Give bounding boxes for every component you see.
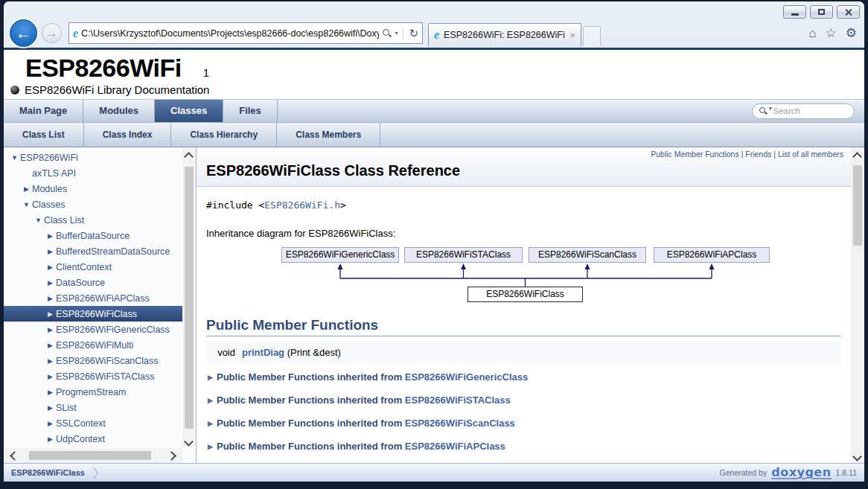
content-vertical-scrollbar[interactable] xyxy=(851,147,864,463)
tree-item-sslcontext[interactable]: ▶SSLContext xyxy=(4,415,182,431)
favorites-star-icon[interactable]: ☆ xyxy=(826,27,837,39)
close-icon xyxy=(844,8,852,16)
tree-item-esp8266wifimulti[interactable]: ▶ESP8266WiFiMulti xyxy=(4,337,182,353)
tree-item-esp8266wifigenericclass[interactable]: ▶ESP8266WiFiGenericClass xyxy=(4,322,182,337)
link-list-of-all-members[interactable]: List of all members xyxy=(778,150,843,159)
tree-item-progmemstream[interactable]: ▶ProgmemStream xyxy=(4,384,182,400)
scrollbar-thumb[interactable] xyxy=(853,165,862,246)
tree-item-clientcontext[interactable]: ▶ClientContext xyxy=(4,259,182,275)
tree-expand-icon[interactable]: ▶ xyxy=(45,420,56,427)
tree-item-esp8266wifiscanclass[interactable]: ▶ESP8266WiFiScanClass xyxy=(4,353,182,368)
tree-item-esp8266wifistaclass[interactable]: ▶ESP8266WiFiSTAClass xyxy=(4,368,182,384)
scroll-left-icon[interactable] xyxy=(10,451,19,461)
tab-classes[interactable]: Classes xyxy=(155,100,223,122)
tree-expand-icon[interactable]: ▶ xyxy=(45,263,56,271)
tree-item-modules[interactable]: ▶Modules xyxy=(4,181,182,196)
inherited-class-link[interactable]: ESP8266WiFiSTAClass xyxy=(405,394,511,406)
scrollbar-thumb[interactable] xyxy=(29,451,151,460)
forward-button[interactable]: → xyxy=(42,23,62,43)
tree-item-esp8266wifiapclass[interactable]: ▶ESP8266WiFiAPClass xyxy=(4,290,182,306)
inherited-section-row[interactable]: ▶Public Member Functions inherited from … xyxy=(206,365,840,388)
tree-expand-icon[interactable]: ▶ xyxy=(45,232,56,240)
tree-expand-icon[interactable]: ▶ xyxy=(45,404,56,412)
tree-item-esp8266wifi[interactable]: ▼ESP8266WiFi xyxy=(4,150,182,165)
scrollbar-thumb[interactable] xyxy=(185,167,194,429)
scroll-down-icon[interactable] xyxy=(852,452,862,461)
tree-item-esp8266wificlass[interactable]: ▶ESP8266WiFiClass xyxy=(4,306,182,322)
sidebar-vertical-scrollbar[interactable] xyxy=(182,147,196,448)
tab-files[interactable]: Files xyxy=(223,100,278,122)
refresh-icon[interactable]: ↻ xyxy=(409,28,418,39)
inherited-class-link[interactable]: ESP8266WiFiScanClass xyxy=(405,418,515,429)
scroll-up-icon[interactable] xyxy=(852,152,862,162)
tab-class-members[interactable]: Class Members xyxy=(277,123,380,147)
minimize-button[interactable] xyxy=(783,5,806,19)
sidebar-horizontal-scrollbar[interactable] xyxy=(4,448,182,463)
inheritance-node[interactable]: ESP8266WiFiGenericClass xyxy=(281,247,399,263)
tab-main-page[interactable]: Main Page xyxy=(4,100,83,122)
tree-item-datasource[interactable]: ▶DataSource xyxy=(4,275,182,290)
tree-collapse-icon[interactable]: ▼ xyxy=(9,154,20,162)
tree-expand-icon[interactable]: ▶ xyxy=(45,310,56,318)
tree-item-bufferedstreamdatasource[interactable]: ▶BufferedStreamDataSource xyxy=(4,243,182,259)
tree-item-axtls-api[interactable]: axTLS API xyxy=(4,165,182,181)
home-icon[interactable]: ⌂ xyxy=(808,27,816,39)
tree-expand-icon[interactable]: ▶ xyxy=(45,248,56,255)
new-tab-button[interactable] xyxy=(583,26,601,46)
search-icon[interactable] xyxy=(382,28,392,38)
link-friends[interactable]: Friends xyxy=(745,150,771,159)
tree-item-slist[interactable]: ▶SList xyxy=(4,400,182,415)
inheritance-node-self[interactable]: ESP8266WiFiClass xyxy=(467,287,583,302)
inherited-section-row[interactable]: ▶Public Member Functions inherited from … xyxy=(206,435,840,457)
tree-expand-icon[interactable]: ▶ xyxy=(45,326,56,333)
sidebar-tree-panel: ▼ESP8266WiFi axTLS API ▶Modules ▼Classes… xyxy=(4,147,197,463)
tree-expand-icon[interactable]: ▶ xyxy=(45,389,56,396)
tree-item-classes[interactable]: ▼Classes xyxy=(4,196,182,212)
tab-class-index[interactable]: Class Index xyxy=(84,123,172,147)
tab-close-icon[interactable]: × xyxy=(569,30,575,41)
include-file-link[interactable]: ESP8266WiFi.h xyxy=(264,199,340,211)
tree-expand-icon[interactable]: ▶ xyxy=(45,373,56,380)
address-input[interactable] xyxy=(81,28,379,39)
address-bar[interactable]: e ▾ ↻ xyxy=(68,22,423,44)
title-bar[interactable] xyxy=(4,1,864,20)
doxygen-logo[interactable]: doxygen xyxy=(771,467,831,479)
tree-item-class-list[interactable]: ▼Class List xyxy=(4,212,182,228)
tree-item-bufferdatasource[interactable]: ▶BufferDataSource xyxy=(4,228,182,243)
search-box[interactable]: ▾ xyxy=(752,103,855,119)
member-link[interactable]: printDiag xyxy=(242,347,284,358)
inheritance-node[interactable]: ESP8266WiFiAPClass xyxy=(654,247,770,263)
tree-expand-icon[interactable]: ▶ xyxy=(45,295,56,302)
tab-modules[interactable]: Modules xyxy=(83,100,155,122)
tree-expand-icon[interactable]: ▶ xyxy=(45,357,56,365)
scroll-up-icon[interactable] xyxy=(184,152,194,162)
gear-icon[interactable]: ⚙ xyxy=(846,27,857,39)
window-controls xyxy=(783,5,860,19)
tab-class-list[interactable]: Class List xyxy=(4,123,84,147)
tree-item-udpcontext[interactable]: ▶UdpContext xyxy=(4,431,182,447)
tree-expand-icon[interactable]: ▶ xyxy=(45,342,56,349)
inherited-class-link[interactable]: ESP8266WiFiAPClass xyxy=(405,441,505,452)
tree-expand-icon[interactable]: ▶ xyxy=(45,435,56,443)
browser-tab[interactable]: e ESP8266WiFi: ESP8266WiFi... × xyxy=(428,23,581,46)
inheritance-node[interactable]: ESP8266WiFiScanClass xyxy=(529,247,646,263)
tab-class-hierarchy[interactable]: Class Hierarchy xyxy=(171,123,277,147)
search-input[interactable] xyxy=(773,106,851,115)
link-public-member-functions[interactable]: Public Member Functions xyxy=(651,150,738,159)
inherited-section-row[interactable]: ▶Public Member Functions inherited from … xyxy=(206,412,840,434)
tree-collapse-icon[interactable]: ▼ xyxy=(33,217,44,224)
tree-collapse-icon[interactable]: ▼ xyxy=(21,201,32,208)
scroll-down-icon[interactable] xyxy=(184,437,194,447)
inheritance-node[interactable]: ESP8266WiFiSTAClass xyxy=(404,247,523,263)
restore-button[interactable] xyxy=(810,5,833,19)
close-button[interactable] xyxy=(837,5,860,19)
search-caret-icon[interactable]: ▾ xyxy=(769,106,772,112)
inherited-class-link[interactable]: ESP8266WiFiGenericClass xyxy=(405,371,528,383)
tree-expand-icon[interactable]: ▶ xyxy=(21,185,32,193)
inherited-section-row[interactable]: ▶Public Member Functions inherited from … xyxy=(206,389,840,411)
back-button[interactable]: ← xyxy=(10,19,37,47)
chevron-down-icon[interactable]: ▾ xyxy=(395,30,398,36)
tree-expand-icon[interactable]: ▶ xyxy=(45,279,56,287)
breadcrumb[interactable]: ESP8266WiFiClass xyxy=(11,468,85,477)
scroll-right-icon[interactable] xyxy=(167,451,176,461)
